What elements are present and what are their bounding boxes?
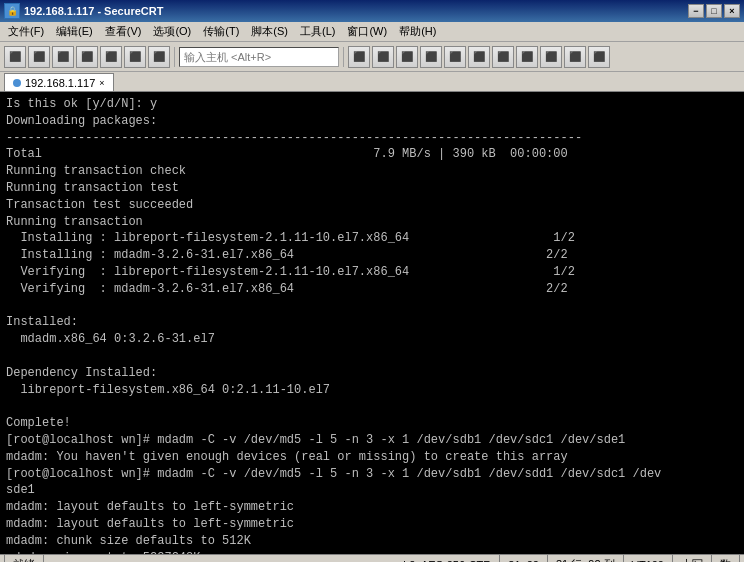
minimize-button[interactable]: −: [688, 4, 704, 18]
toolbar-btn-4[interactable]: ⬛: [76, 46, 98, 68]
status-caps-lock: 大写: [673, 555, 712, 562]
menu-window[interactable]: 窗口(W): [341, 22, 393, 41]
close-button[interactable]: ×: [724, 4, 740, 18]
status-ready: 就绪: [4, 555, 44, 562]
menu-file[interactable]: 文件(F): [2, 22, 50, 41]
menu-script[interactable]: 脚本(S): [245, 22, 294, 41]
terminal-output[interactable]: Is this ok [y/d/N]: y Downloading packag…: [0, 92, 744, 554]
toolbar-btn-13[interactable]: ⬛: [468, 46, 490, 68]
menu-options[interactable]: 选项(O): [147, 22, 197, 41]
toolbar-btn-17[interactable]: ⬛: [564, 46, 586, 68]
toolbar-sep-2: [343, 47, 344, 67]
status-num-lock: 数: [712, 555, 740, 562]
toolbar-btn-3[interactable]: ⬛: [52, 46, 74, 68]
title-bar-left: 🔒 192.168.1.117 - SecureCRT: [4, 3, 163, 19]
tab-status-icon: [13, 79, 21, 87]
app-icon: 🔒: [4, 3, 20, 19]
toolbar-btn-14[interactable]: ⬛: [492, 46, 514, 68]
toolbar-btn-1[interactable]: ⬛: [4, 46, 26, 68]
status-encryption: ssh2: AES-256-CTR: [384, 555, 500, 562]
maximize-button[interactable]: □: [706, 4, 722, 18]
status-bar: 就绪 ssh2: AES-256-CTR 31, 22 31 行, 92 列 V…: [0, 554, 744, 562]
toolbar-btn-11[interactable]: ⬛: [420, 46, 442, 68]
toolbar-btn-18[interactable]: ⬛: [588, 46, 610, 68]
title-bar: 🔒 192.168.1.117 - SecureCRT − □ ×: [0, 0, 744, 22]
status-position: 31 行, 92 列: [548, 555, 624, 562]
tab-close-button[interactable]: ×: [99, 78, 104, 88]
window-controls[interactable]: − □ ×: [688, 4, 740, 18]
tab-label: 192.168.1.117: [25, 77, 95, 89]
menu-edit[interactable]: 编辑(E): [50, 22, 99, 41]
title-bar-title: 192.168.1.117 - SecureCRT: [24, 5, 163, 17]
tab-session[interactable]: 192.168.1.117 ×: [4, 73, 114, 91]
menu-transfer[interactable]: 传输(T): [197, 22, 245, 41]
toolbar-btn-10[interactable]: ⬛: [396, 46, 418, 68]
menu-view[interactable]: 查看(V): [99, 22, 148, 41]
toolbar-btn-9[interactable]: ⬛: [372, 46, 394, 68]
toolbar-btn-16[interactable]: ⬛: [540, 46, 562, 68]
menu-tools[interactable]: 工具(L): [294, 22, 341, 41]
toolbar-sep-1: [174, 47, 175, 67]
status-term-type: VT100: [624, 555, 673, 562]
toolbar-btn-8[interactable]: ⬛: [348, 46, 370, 68]
terminal-container[interactable]: Is this ok [y/d/N]: y Downloading packag…: [0, 92, 744, 554]
toolbar-btn-5[interactable]: ⬛: [100, 46, 122, 68]
toolbar: ⬛ ⬛ ⬛ ⬛ ⬛ ⬛ ⬛ ⬛ ⬛ ⬛ ⬛ ⬛ ⬛ ⬛ ⬛ ⬛ ⬛ ⬛: [0, 42, 744, 72]
toolbar-btn-2[interactable]: ⬛: [28, 46, 50, 68]
host-input[interactable]: [179, 47, 339, 67]
menu-help[interactable]: 帮助(H): [393, 22, 442, 41]
toolbar-btn-6[interactable]: ⬛: [124, 46, 146, 68]
tab-bar: 192.168.1.117 ×: [0, 72, 744, 92]
toolbar-btn-15[interactable]: ⬛: [516, 46, 538, 68]
status-col: 31, 22: [500, 555, 548, 562]
toolbar-btn-12[interactable]: ⬛: [444, 46, 466, 68]
toolbar-btn-7[interactable]: ⬛: [148, 46, 170, 68]
menu-bar: 文件(F) 编辑(E) 查看(V) 选项(O) 传输(T) 脚本(S) 工具(L…: [0, 22, 744, 42]
